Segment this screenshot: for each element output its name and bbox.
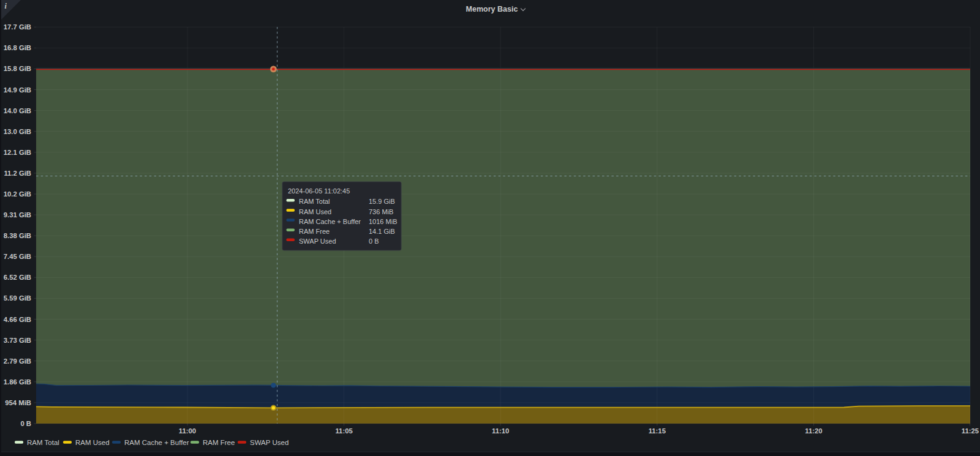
svg-text:SWAP Used: SWAP Used bbox=[250, 439, 288, 446]
svg-text:12.1 GiB: 12.1 GiB bbox=[4, 149, 31, 156]
svg-text:736 MiB: 736 MiB bbox=[369, 208, 393, 215]
svg-text:2.79 GiB: 2.79 GiB bbox=[4, 357, 31, 365]
svg-text:2024-06-05 11:02:45: 2024-06-05 11:02:45 bbox=[288, 187, 350, 195]
svg-text:14.1 GiB: 14.1 GiB bbox=[369, 228, 395, 235]
svg-text:15.9 GiB: 15.9 GiB bbox=[369, 198, 395, 205]
svg-text:11.2 GiB: 11.2 GiB bbox=[4, 170, 31, 177]
svg-text:17.7 GiB: 17.7 GiB bbox=[4, 23, 31, 31]
svg-text:16.8 GiB: 16.8 GiB bbox=[4, 44, 31, 51]
svg-text:RAM Cache + Buffer: RAM Cache + Buffer bbox=[299, 218, 361, 225]
svg-text:11:00: 11:00 bbox=[179, 427, 196, 435]
svg-text:11:20: 11:20 bbox=[805, 427, 822, 435]
svg-text:RAM Total: RAM Total bbox=[299, 198, 330, 205]
svg-text:14.0 GiB: 14.0 GiB bbox=[4, 107, 31, 114]
svg-text:1.86 GiB: 1.86 GiB bbox=[4, 378, 31, 386]
svg-text:10.2 GiB: 10.2 GiB bbox=[4, 190, 31, 198]
svg-text:9.31 GiB: 9.31 GiB bbox=[4, 211, 31, 219]
svg-text:954 MiB: 954 MiB bbox=[5, 399, 31, 406]
svg-text:8.38 GiB: 8.38 GiB bbox=[4, 232, 31, 239]
svg-text:13.0 GiB: 13.0 GiB bbox=[4, 128, 31, 135]
svg-text:RAM Total: RAM Total bbox=[27, 439, 59, 446]
svg-text:1016 MiB: 1016 MiB bbox=[369, 218, 397, 225]
svg-text:RAM Used: RAM Used bbox=[299, 208, 331, 215]
svg-text:RAM Cache + Buffer: RAM Cache + Buffer bbox=[124, 439, 189, 446]
svg-text:0 B: 0 B bbox=[369, 237, 379, 245]
svg-text:11:05: 11:05 bbox=[335, 427, 352, 435]
svg-text:SWAP Used: SWAP Used bbox=[299, 237, 336, 245]
svg-text:6.52 GiB: 6.52 GiB bbox=[4, 274, 31, 281]
svg-text:11:25: 11:25 bbox=[962, 427, 979, 435]
svg-text:14.9 GiB: 14.9 GiB bbox=[4, 86, 31, 94]
svg-text:4.66 GiB: 4.66 GiB bbox=[4, 316, 31, 323]
svg-text:7.45 GiB: 7.45 GiB bbox=[4, 253, 31, 260]
svg-text:5.59 GiB: 5.59 GiB bbox=[4, 294, 31, 302]
svg-text:11:15: 11:15 bbox=[649, 427, 666, 435]
svg-text:Memory Basic: Memory Basic bbox=[466, 5, 518, 13]
svg-text:3.73 GiB: 3.73 GiB bbox=[4, 337, 31, 344]
svg-text:15.8 GiB: 15.8 GiB bbox=[4, 65, 31, 72]
svg-text:11:10: 11:10 bbox=[492, 427, 509, 435]
svg-text:RAM Free: RAM Free bbox=[203, 439, 235, 446]
svg-text:RAM Free: RAM Free bbox=[299, 228, 330, 235]
svg-text:RAM Used: RAM Used bbox=[75, 439, 110, 446]
svg-text:0 B: 0 B bbox=[20, 420, 31, 427]
